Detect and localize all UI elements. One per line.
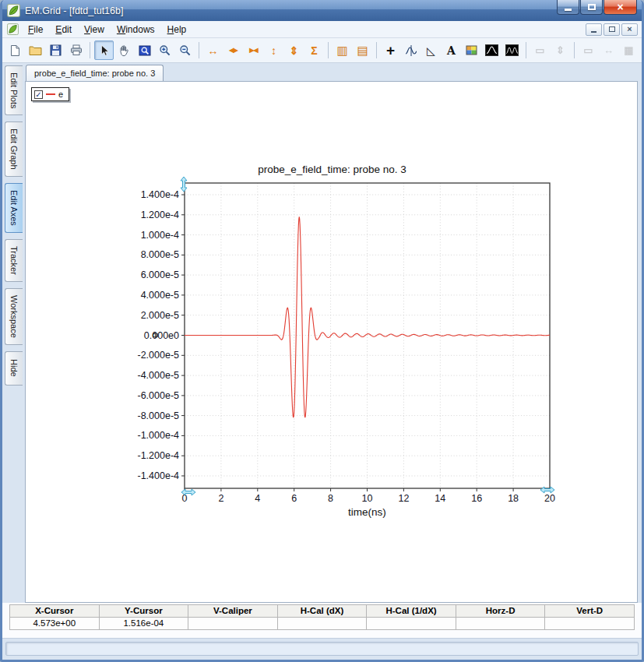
document-tab-label: probe_e_field_time: probe no. 3 (34, 69, 155, 78)
svg-text:8.000e-5: 8.000e-5 (141, 249, 179, 260)
readout-value-x-cursor: 4.573e+00 (10, 618, 100, 630)
maximize-button[interactable] (580, 0, 603, 15)
fit-horizontal-icon: ↔ (604, 45, 614, 55)
frame-pan-icon: ▭ (583, 45, 593, 55)
svg-text:-1.000e-4: -1.000e-4 (137, 430, 179, 441)
autoscale-button[interactable]: Σ (304, 40, 324, 60)
caliper-tool-button[interactable]: ◺ (421, 40, 441, 60)
readout-table: X-CursorY-CursorV-CaliperH-Cal (dX)H-Cal… (9, 604, 635, 630)
compress-x-button[interactable]: ▶◀ (244, 40, 263, 60)
zoom-window-button[interactable] (135, 40, 154, 60)
save-file-button[interactable] (46, 40, 65, 60)
tracker-tool-button[interactable] (401, 40, 421, 60)
pan-hand-icon (118, 44, 130, 57)
scale-x-full-button[interactable]: ↔ (203, 40, 223, 60)
svg-text:2: 2 (218, 493, 223, 504)
toolbar-separator (526, 42, 526, 58)
sidebar-tab-hide[interactable]: Hide (5, 351, 23, 386)
close-button[interactable]: × (604, 0, 637, 15)
zoom-in-button[interactable] (155, 40, 174, 60)
svg-text:4.000e-5: 4.000e-5 (141, 290, 179, 301)
svg-text:14: 14 (435, 493, 445, 504)
menu-windows[interactable]: Windows (111, 23, 161, 37)
color-palette-button[interactable] (462, 40, 481, 60)
app-window: EM.Grid - [fdtd_tut16b] × FileEditViewWi… (0, 0, 644, 662)
zoom-out-button[interactable] (175, 40, 195, 60)
expand-y-button[interactable]: ⇕ (284, 40, 304, 60)
sidebar-tabstrip: Edit PlotsEdit GraphEdit AxesTrackerWork… (2, 65, 25, 603)
readout-value-horz-d (456, 618, 546, 630)
toolbar-separator (90, 42, 90, 58)
chart-plot[interactable]: 1.400e-41.200e-41.000e-48.000e-56.000e-5… (26, 82, 637, 603)
svg-text:probe_e_field_time: probe no.: probe_e_field_time: probe no. 3 (258, 164, 406, 175)
new-document-button[interactable] (5, 40, 25, 60)
fit-vertical-button: ⇕ (551, 40, 570, 60)
scale-y-full-icon: ↕ (271, 45, 276, 56)
status-bar (2, 638, 642, 660)
waveform-overlay-icon (505, 44, 519, 56)
mdi-close-button[interactable]: × (621, 23, 638, 36)
scale-y-full-button[interactable]: ↕ (264, 40, 283, 60)
readout-value-vert-d (545, 618, 635, 630)
sidebar-tab-workspace[interactable]: Workspace (5, 288, 23, 345)
vertical-sections-button[interactable]: ▥ (333, 40, 352, 60)
text-annotation-button[interactable]: A (442, 40, 461, 60)
print-button[interactable] (66, 40, 86, 60)
menu-edit[interactable]: Edit (49, 23, 78, 37)
cursor-readout: X-CursorY-CursorV-CaliperH-Cal (dX)H-Cal… (2, 603, 642, 638)
sidebar-tab-edit-plots[interactable]: Edit Plots (5, 65, 23, 115)
minimize-button[interactable] (557, 0, 579, 15)
menu-file[interactable]: File (22, 23, 49, 37)
frame-pan-button: ▭ (579, 40, 598, 60)
horizontal-sections-button[interactable]: ▤ (353, 40, 372, 60)
readout-header-v-caliper: V-Caliper (188, 605, 278, 618)
svg-text:20: 20 (544, 493, 555, 504)
window-title: EM.Grid - [fdtd_tut16b] (25, 5, 557, 16)
legend-checkbox[interactable]: ✓ (34, 90, 43, 99)
waveform-window-button[interactable] (482, 40, 501, 60)
tracker-tool-icon (405, 44, 417, 57)
frame-zoom-icon: ▭ (535, 45, 544, 55)
menu-view[interactable]: View (78, 23, 111, 37)
legend[interactable]: ✓ e (31, 87, 69, 101)
expand-x-icon: ◀▶ (229, 48, 237, 54)
waveform-window-icon (485, 44, 498, 56)
crosshair-icon: + (386, 44, 395, 57)
color-palette-icon (466, 45, 477, 55)
expand-y-icon: ⇕ (290, 45, 299, 56)
waveform-overlay-button[interactable] (502, 40, 522, 60)
app-icon (7, 4, 20, 17)
grid-options-button: ▦ (619, 40, 639, 60)
mdi-minimize-button[interactable] (586, 23, 602, 36)
document-tabstrip: probe_e_field_time: probe no. 3 (25, 65, 638, 81)
plot-canvas[interactable]: ✓ e 1.400e-41.200e-41.000e-48.000e-56.00… (25, 81, 638, 603)
svg-text:-8.000e-5: -8.000e-5 (137, 410, 179, 421)
document-tab[interactable]: probe_e_field_time: probe no. 3 (26, 65, 164, 81)
horizontal-sections-icon: ▤ (357, 44, 368, 56)
readout-header-y-cursor: Y-Cursor (100, 605, 189, 618)
toolbar-separator (376, 42, 377, 58)
expand-x-button[interactable]: ◀▶ (223, 40, 243, 60)
mdi-restore-button[interactable] (604, 23, 620, 36)
status-field (5, 642, 639, 656)
readout-value-h-cal-dx (278, 618, 368, 630)
legend-series-label: e (58, 90, 63, 99)
svg-text:16: 16 (471, 493, 482, 504)
new-document-icon (9, 44, 21, 57)
readout-header-vert-d: Vert-D (545, 605, 635, 618)
document-system-icon[interactable] (7, 23, 19, 35)
svg-text:12: 12 (398, 493, 409, 504)
sidebar-tab-edit-graph[interactable]: Edit Graph (5, 121, 23, 177)
toolbar-separator (574, 42, 575, 58)
sidebar-tab-edit-axes[interactable]: Edit Axes (5, 183, 23, 233)
crosshair-button[interactable]: + (381, 40, 400, 60)
open-file-button[interactable] (26, 40, 45, 60)
menu-help[interactable]: Help (161, 23, 193, 37)
document-area: probe_e_field_time: probe no. 3 ✓ e 1.40… (25, 65, 638, 603)
zoom-out-icon (179, 44, 192, 57)
svg-text:time(ns): time(ns) (348, 506, 386, 518)
sidebar-tab-tracker[interactable]: Tracker (5, 239, 23, 282)
select-pointer-button[interactable] (94, 40, 114, 60)
select-pointer-icon (98, 44, 110, 57)
pan-hand-button[interactable] (114, 40, 134, 60)
